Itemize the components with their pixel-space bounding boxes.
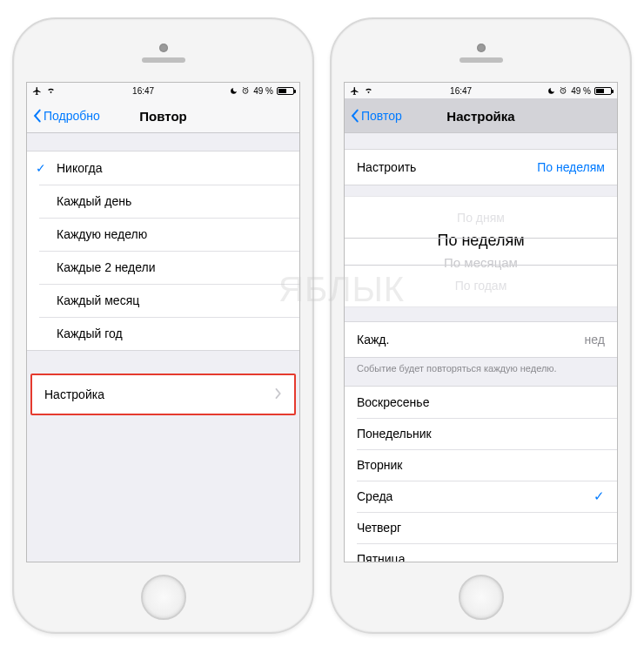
screen-left: 16:47 49 % Подробно Повтор [26,82,300,562]
battery-icon [277,87,294,95]
day-fri[interactable]: Пятница [345,543,617,562]
status-time: 16:47 [450,86,472,96]
checkmark-icon: ✓ [594,488,605,504]
alarm-icon [241,86,250,95]
option-label: Каждый день [57,194,131,208]
option-label: Никогда [57,161,102,175]
day-label: Среда [357,489,392,503]
every-group: Кажд. нед [345,321,617,358]
moon-icon [547,87,555,95]
battery-percent: 49 % [253,86,273,96]
status-bar: 16:47 49 % [27,83,299,98]
chevron-right-icon [275,387,282,401]
home-button[interactable] [459,575,504,620]
custom-label: Настройка [44,387,104,401]
back-button[interactable]: Повтор [350,109,402,123]
every-label: Кажд. [357,333,389,347]
alarm-icon [559,86,567,95]
option-monthly[interactable]: Каждый месяц [27,284,299,317]
configure-value: По неделям [537,160,605,174]
days-group: Воскресенье Понедельник Вторник Среда ✓ … [345,386,617,562]
option-weekly[interactable]: Каждую неделю [27,218,299,251]
custom-row[interactable]: Настройка [32,375,294,414]
battery-icon [594,87,612,95]
option-label: Каждую неделю [57,227,147,241]
nav-bar: Подробно Повтор [27,98,299,133]
day-thu[interactable]: Четверг [345,512,617,543]
back-button[interactable]: Подробно [32,109,100,123]
nav-bar: Повтор Настройка [345,98,617,133]
day-label: Пятница [357,552,405,562]
day-sun[interactable]: Воскресенье [345,387,617,418]
day-label: Воскресенье [357,395,429,409]
moon-icon [230,87,238,95]
option-yearly[interactable]: Каждый год [27,317,299,350]
freq-hint: Событие будет повторяться каждую неделю. [345,358,617,374]
every-value: нед [585,333,605,347]
custom-highlight: Настройка [30,374,296,415]
status-bar: 16:47 49 % [345,83,617,98]
day-label: Вторник [357,458,402,472]
every-row[interactable]: Кажд. нед [345,322,617,357]
option-biweekly[interactable]: Каждые 2 недели [27,251,299,284]
day-label: Понедельник [357,427,432,441]
day-wed[interactable]: Среда ✓ [345,481,617,512]
picker-item: По месяцам [444,252,518,274]
device-right: 16:47 49 % Повтор Настройка [330,17,632,634]
repeat-options-group: ✓ Никогда Каждый день Каждую неделю Кажд… [27,151,299,351]
home-button[interactable] [141,575,186,620]
day-tue[interactable]: Вторник [345,449,617,481]
day-label: Четверг [357,521,401,535]
wifi-icon [45,86,57,95]
picker-item: По годам [455,274,507,297]
wifi-icon [363,86,374,95]
configure-group: Настроить По неделям [345,149,617,185]
page-title: Настройка [446,108,514,123]
option-label: Каждый год [57,326,123,340]
checkmark-icon: ✓ [36,161,46,175]
status-time: 16:47 [132,86,154,96]
option-label: Каждый месяц [57,293,139,307]
configure-row[interactable]: Настроить По неделям [345,150,617,185]
page-title: Повтор [139,108,186,123]
picker-item: По дням [457,206,505,229]
back-label: Подробно [44,109,100,123]
picker-item-selected: По неделям [437,229,524,252]
day-mon[interactable]: Понедельник [345,418,617,449]
airplane-icon [32,86,42,96]
airplane-icon [350,86,359,96]
screen-right: 16:47 49 % Повтор Настройка [344,82,618,562]
device-left: 16:47 49 % Подробно Повтор [12,17,314,634]
freq-picker[interactable]: По дням По неделям По месяцам По годам [345,196,617,307]
battery-percent: 49 % [571,86,591,96]
configure-label: Настроить [357,160,416,174]
option-label: Каждые 2 недели [57,260,156,274]
content-left: ✓ Никогда Каждый день Каждую неделю Кажд… [27,133,299,562]
content-right: Настроить По неделям По дням По неделям … [345,133,617,562]
option-never[interactable]: ✓ Никогда [27,151,299,185]
option-daily[interactable]: Каждый день [27,185,299,218]
back-label: Повтор [361,109,402,123]
